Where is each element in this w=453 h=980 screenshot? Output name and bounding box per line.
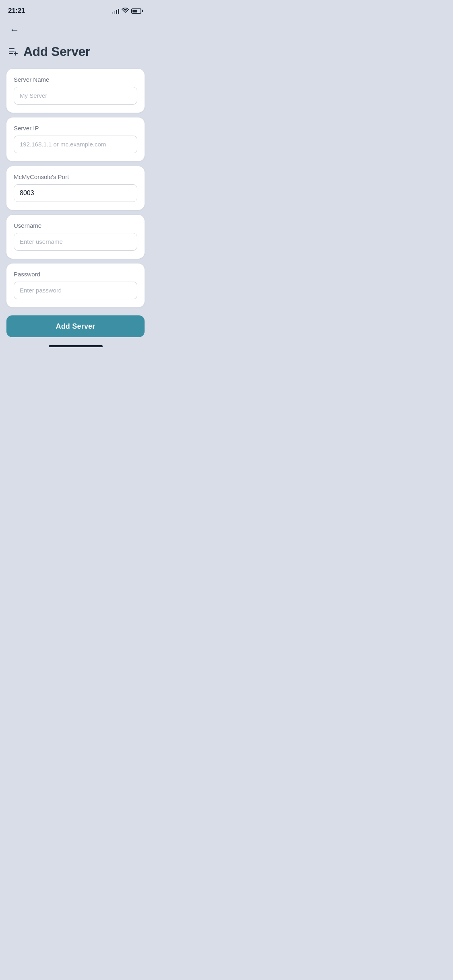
page-title: Add Server xyxy=(23,44,90,59)
back-arrow-icon: ← xyxy=(10,25,19,35)
password-label: Password xyxy=(14,271,137,278)
port-card: McMyConsole's Port xyxy=(6,166,145,210)
server-name-label: Server Name xyxy=(14,76,137,83)
username-input[interactable] xyxy=(14,233,137,251)
add-server-button[interactable]: Add Server xyxy=(6,315,145,337)
page-header: Add Server xyxy=(0,39,151,69)
home-bar xyxy=(49,345,103,347)
username-label: Username xyxy=(14,222,137,229)
port-input[interactable] xyxy=(14,184,137,202)
svg-point-0 xyxy=(125,12,126,13)
username-card: Username xyxy=(6,215,145,259)
wifi-icon xyxy=(122,8,129,14)
server-name-input[interactable] xyxy=(14,87,137,105)
port-label: McMyConsole's Port xyxy=(14,173,137,180)
signal-icon xyxy=(112,8,119,14)
status-icons xyxy=(112,8,143,14)
back-button[interactable]: ← xyxy=(8,23,21,36)
nav-bar: ← xyxy=(0,19,151,39)
server-name-card: Server Name xyxy=(6,69,145,113)
home-indicator xyxy=(0,337,151,351)
battery-icon xyxy=(131,8,143,14)
list-plus-icon xyxy=(8,47,19,57)
server-ip-label: Server IP xyxy=(14,125,137,132)
password-card: Password xyxy=(6,264,145,307)
status-time: 21:21 xyxy=(8,7,25,15)
password-input[interactable] xyxy=(14,282,137,299)
form-container: Server Name Server IP McMyConsole's Port… xyxy=(0,69,151,307)
status-bar: 21:21 xyxy=(0,0,151,19)
server-ip-card: Server IP xyxy=(6,117,145,161)
server-ip-input[interactable] xyxy=(14,136,137,153)
